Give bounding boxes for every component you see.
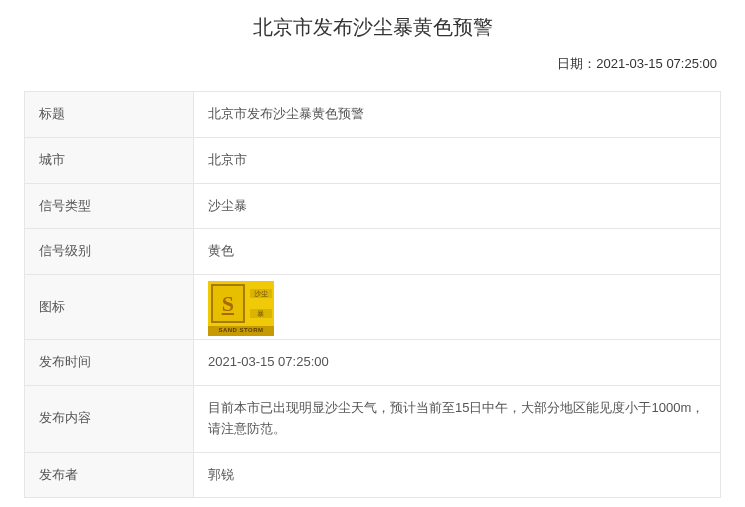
row-title: 标题 北京市发布沙尘暴黄色预警 — [25, 92, 721, 138]
row-city: 城市 北京市 — [25, 137, 721, 183]
value-publish-time: 2021-03-15 07:25:00 — [194, 340, 721, 386]
icon-cn-top: 沙尘 — [250, 289, 272, 298]
row-signal-level: 信号级别 黄色 — [25, 229, 721, 275]
value-icon: S 沙尘 暴 SAND STORM — [194, 275, 721, 340]
row-signal-type: 信号类型 沙尘暴 — [25, 183, 721, 229]
row-content: 发布内容 目前本市已出现明显沙尘天气，预计当前至15日中午，大部分地区能见度小于… — [25, 385, 721, 452]
info-table: 标题 北京市发布沙尘暴黄色预警 城市 北京市 信号类型 沙尘暴 信号级别 黄色 … — [24, 91, 721, 498]
date-value: 2021-03-15 07:25:00 — [596, 56, 717, 71]
value-city: 北京市 — [194, 137, 721, 183]
row-publish-time: 发布时间 2021-03-15 07:25:00 — [25, 340, 721, 386]
sandstorm-warning-icon: S 沙尘 暴 SAND STORM — [208, 281, 274, 333]
value-signal-level: 黄色 — [194, 229, 721, 275]
value-title: 北京市发布沙尘暴黄色预警 — [194, 92, 721, 138]
label-city: 城市 — [25, 137, 194, 183]
icon-cn-bottom: 暴 — [250, 309, 272, 318]
label-icon: 图标 — [25, 275, 194, 340]
row-icon: 图标 S 沙尘 暴 SAND STORM — [25, 275, 721, 340]
label-signal-level: 信号级别 — [25, 229, 194, 275]
icon-letter: S — [222, 286, 234, 321]
value-signal-type: 沙尘暴 — [194, 183, 721, 229]
label-publish-time: 发布时间 — [25, 340, 194, 386]
value-publisher: 郭锐 — [194, 452, 721, 498]
page-title: 北京市发布沙尘暴黄色预警 — [24, 14, 721, 41]
date-label: 日期： — [557, 56, 596, 71]
label-content: 发布内容 — [25, 385, 194, 452]
label-title: 标题 — [25, 92, 194, 138]
icon-en-label: SAND STORM — [218, 326, 263, 336]
label-publisher: 发布者 — [25, 452, 194, 498]
value-content: 目前本市已出现明显沙尘天气，预计当前至15日中午，大部分地区能见度小于1000m… — [194, 385, 721, 452]
date-line: 日期：2021-03-15 07:25:00 — [24, 55, 721, 73]
label-signal-type: 信号类型 — [25, 183, 194, 229]
row-publisher: 发布者 郭锐 — [25, 452, 721, 498]
page-container: 北京市发布沙尘暴黄色预警 日期：2021-03-15 07:25:00 标题 北… — [0, 0, 745, 507]
